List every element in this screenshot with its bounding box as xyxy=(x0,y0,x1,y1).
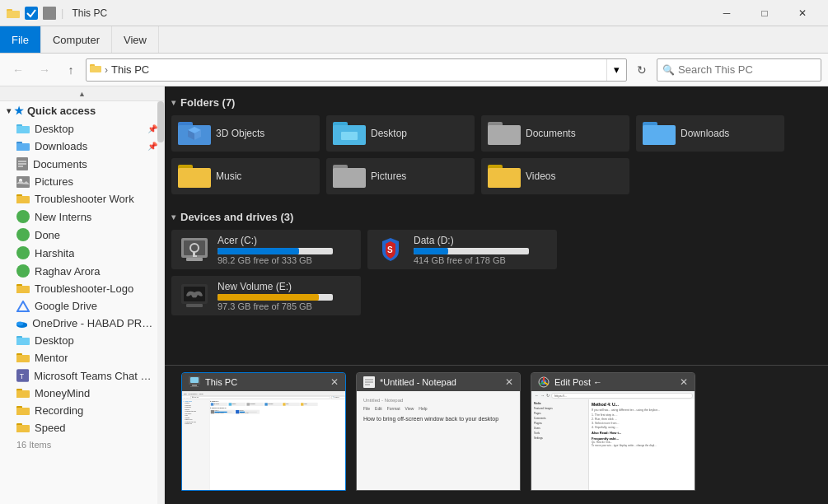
address-dropdown-btn[interactable]: ▾ xyxy=(606,58,626,82)
search-input[interactable] xyxy=(678,63,816,76)
recording-folder-icon xyxy=(16,405,30,417)
svg-rect-32 xyxy=(16,408,30,415)
title-bar: | This PC ─ □ ✕ xyxy=(0,0,828,26)
up-btn[interactable]: ↑ xyxy=(59,58,82,82)
tab-file[interactable]: File xyxy=(0,26,41,53)
folder-videos-label: Videos xyxy=(526,170,555,182)
drive-data-icon: S xyxy=(376,235,405,264)
folder-videos[interactable]: Videos xyxy=(481,158,629,194)
svg-rect-24 xyxy=(16,338,30,345)
sidebar-scrollbar[interactable] xyxy=(157,101,164,504)
green-badge-raghav-icon xyxy=(16,264,30,278)
maximize-btn[interactable]: □ xyxy=(746,0,784,26)
drive-newvol-name: New Volume (E:) xyxy=(218,281,333,292)
drives-collapse-icon[interactable]: ▾ xyxy=(171,212,175,222)
folder-3dobjects[interactable]: 3D Objects xyxy=(171,115,320,152)
svg-rect-17 xyxy=(16,196,30,203)
green-badge-icon xyxy=(16,210,30,223)
thumb-this-pc-title: This PC xyxy=(205,377,325,387)
sidebar-item-onedrive[interactable]: OneDrive - HABAD PRODUC... xyxy=(0,315,164,332)
folder-music-label: Music xyxy=(216,170,241,182)
content-area: ▾ Folders (7) 3D Objects xyxy=(165,86,828,504)
drive-new-volume[interactable]: New Volume (E:) 97.3 GB free of 785 GB xyxy=(171,276,361,315)
sidebar-item-desktop[interactable]: Desktop 📌 xyxy=(0,120,164,138)
svg-rect-52 xyxy=(488,168,521,188)
folder-yellow-icon xyxy=(16,194,30,205)
drive-acer-bar xyxy=(218,248,299,254)
folder-desktop-label: Desktop xyxy=(371,128,407,139)
folder-desktop[interactable]: Desktop xyxy=(326,115,475,152)
sidebar-item-moneymind[interactable]: MoneyMind xyxy=(0,385,164,402)
desktop2-folder-icon xyxy=(16,335,30,347)
drive-newvol-bar xyxy=(218,294,319,301)
sidebar-item-harshita[interactable]: Harshita xyxy=(0,244,164,262)
minimize-btn[interactable]: ─ xyxy=(708,0,746,26)
sidebar-item-done[interactable]: Done xyxy=(0,226,164,244)
drives-header: ▾ Devices and drives (3) xyxy=(171,208,821,230)
speed-folder-icon xyxy=(16,422,30,434)
sidebar-item-desktop2[interactable]: Desktop xyxy=(0,332,164,349)
sidebar-item-downloads[interactable]: Downloads 📌 xyxy=(0,138,164,155)
svg-rect-50 xyxy=(333,168,366,188)
sidebar-item-msteams[interactable]: T Microsoft Teams Chat Files xyxy=(0,366,164,385)
drive-data-d[interactable]: S Data (D:) 414 GB free of 178 GB xyxy=(367,230,557,269)
app-icon xyxy=(43,7,56,20)
thumb-chrome[interactable]: Edit Post ← ✕ ←→↻ https://... Media Feat… xyxy=(531,372,695,491)
drive-acer-info: Acer (C:) 98.2 GB free of 333 GB xyxy=(218,235,333,265)
quick-access-header[interactable]: ▾ ★ Quick access xyxy=(0,101,164,120)
svg-text:T: T xyxy=(20,372,25,380)
folder-downloads[interactable]: Downloads xyxy=(636,115,784,152)
thumb-notepad-close[interactable]: ✕ xyxy=(505,376,513,388)
thumb-chrome-preview: ←→↻ https://... Media Featured Images Pa… xyxy=(531,391,695,490)
folder-pictures[interactable]: Pictures xyxy=(326,158,475,194)
svg-rect-64 xyxy=(190,377,199,383)
drive-newvol-bar-wrap xyxy=(218,294,333,301)
sidebar-item-raghav[interactable]: Raghav Arora xyxy=(0,262,164,280)
sidebar-item-googledrive[interactable]: Google Drive xyxy=(0,297,164,315)
svg-rect-3 xyxy=(43,7,56,20)
thumb-chrome-close[interactable]: ✕ xyxy=(680,376,688,388)
drive-acer-c[interactable]: Acer (C:) 98.2 GB free of 333 GB xyxy=(171,230,361,269)
thumb-notepad-title: *Untitled - Notepad xyxy=(380,377,500,387)
sidebar-scroll-up[interactable]: ▲ xyxy=(0,86,164,101)
pin-icon: 📌 xyxy=(147,124,157,133)
sidebar-done-label: Done xyxy=(35,229,60,241)
drive-newvol-free: 97.3 GB free of 785 GB xyxy=(218,301,333,311)
svg-rect-5 xyxy=(90,66,101,72)
sidebar-item-mentor[interactable]: Mentor xyxy=(0,349,164,366)
folder-music[interactable]: Music xyxy=(171,158,320,194)
collapse-icon: ▾ xyxy=(7,106,11,115)
close-btn[interactable]: ✕ xyxy=(784,0,821,26)
thumb-this-pc-header: This PC ✕ xyxy=(182,373,345,391)
sidebar-item-recording[interactable]: Recording xyxy=(0,402,164,419)
thumb-this-pc[interactable]: This PC ✕ FileComputerView ←→↑ ⊞ › This … xyxy=(181,372,346,491)
sidebar-item-troubleshooter[interactable]: Troubleshooter Work xyxy=(0,190,164,208)
sidebar-item-documents[interactable]: Documents xyxy=(0,155,164,173)
sidebar-item-troubleshooterlogo[interactable]: Troubleshooter-Logo xyxy=(0,280,164,297)
refresh-btn[interactable]: ↻ xyxy=(630,58,653,82)
address-input[interactable] xyxy=(108,63,606,76)
thumb-notepad-preview: Untitled - Notepad FileEditFormatViewHel… xyxy=(357,391,521,490)
thumb-this-pc-close[interactable]: ✕ xyxy=(330,376,339,388)
tab-computer[interactable]: Computer xyxy=(41,26,112,53)
folder-documents[interactable]: Documents xyxy=(481,115,629,152)
tab-view[interactable]: View xyxy=(112,26,159,53)
sidebar-scrollbar-thumb[interactable] xyxy=(157,101,164,142)
sidebar-downloads-label: Downloads xyxy=(35,140,87,152)
forward-btn[interactable]: → xyxy=(33,58,56,82)
sidebar-item-newinterns[interactable]: New Interns xyxy=(0,208,164,226)
scroll-up-arrow: ▲ xyxy=(78,90,86,98)
sidebar-harshita-label: Harshita xyxy=(35,247,74,259)
thumb-notepad[interactable]: *Untitled - Notepad ✕ Untitled - Notepad… xyxy=(356,372,521,491)
sidebar-item-pictures[interactable]: Pictures xyxy=(0,173,164,190)
drives-section: ▾ Devices and drives (3) xyxy=(171,208,821,315)
svg-rect-58 xyxy=(193,255,197,257)
drive-data-free: 414 GB free of 178 GB xyxy=(414,255,529,265)
desktop-folder-icon xyxy=(16,124,30,135)
drive-data-bar-wrap xyxy=(414,248,529,254)
sidebar-desktop-label: Desktop xyxy=(35,123,74,135)
folders-collapse-icon[interactable]: ▾ xyxy=(171,98,175,107)
sidebar-item-speed[interactable]: Speed xyxy=(0,419,164,436)
back-btn[interactable]: ← xyxy=(7,58,30,82)
svg-marker-20 xyxy=(17,301,29,311)
